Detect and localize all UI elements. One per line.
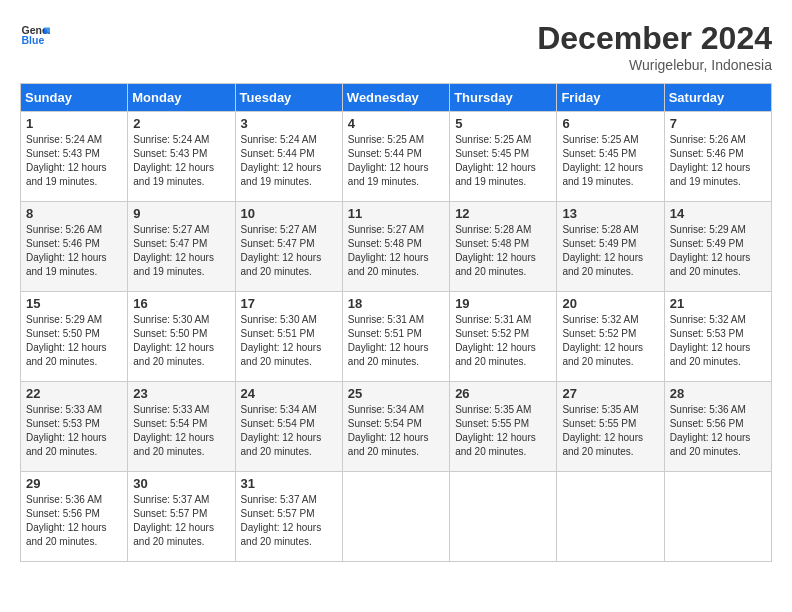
day-info: Sunrise: 5:31 AM Sunset: 5:51 PM Dayligh… xyxy=(348,313,444,369)
day-number: 10 xyxy=(241,206,337,221)
day-number: 31 xyxy=(241,476,337,491)
calendar-cell: 14Sunrise: 5:29 AM Sunset: 5:49 PM Dayli… xyxy=(664,202,771,292)
calendar-cell: 30Sunrise: 5:37 AM Sunset: 5:57 PM Dayli… xyxy=(128,472,235,562)
calendar-week-3: 15Sunrise: 5:29 AM Sunset: 5:50 PM Dayli… xyxy=(21,292,772,382)
calendar-table: SundayMondayTuesdayWednesdayThursdayFrid… xyxy=(20,83,772,562)
calendar-cell: 27Sunrise: 5:35 AM Sunset: 5:55 PM Dayli… xyxy=(557,382,664,472)
day-info: Sunrise: 5:25 AM Sunset: 5:44 PM Dayligh… xyxy=(348,133,444,189)
calendar-cell xyxy=(664,472,771,562)
day-number: 14 xyxy=(670,206,766,221)
calendar-week-4: 22Sunrise: 5:33 AM Sunset: 5:53 PM Dayli… xyxy=(21,382,772,472)
day-number: 26 xyxy=(455,386,551,401)
day-number: 24 xyxy=(241,386,337,401)
day-info: Sunrise: 5:28 AM Sunset: 5:49 PM Dayligh… xyxy=(562,223,658,279)
day-number: 27 xyxy=(562,386,658,401)
calendar-cell: 19Sunrise: 5:31 AM Sunset: 5:52 PM Dayli… xyxy=(450,292,557,382)
calendar-cell: 24Sunrise: 5:34 AM Sunset: 5:54 PM Dayli… xyxy=(235,382,342,472)
day-number: 2 xyxy=(133,116,229,131)
day-info: Sunrise: 5:29 AM Sunset: 5:49 PM Dayligh… xyxy=(670,223,766,279)
calendar-cell: 20Sunrise: 5:32 AM Sunset: 5:52 PM Dayli… xyxy=(557,292,664,382)
day-number: 13 xyxy=(562,206,658,221)
calendar-cell: 15Sunrise: 5:29 AM Sunset: 5:50 PM Dayli… xyxy=(21,292,128,382)
calendar-cell: 6Sunrise: 5:25 AM Sunset: 5:45 PM Daylig… xyxy=(557,112,664,202)
calendar-cell: 2Sunrise: 5:24 AM Sunset: 5:43 PM Daylig… xyxy=(128,112,235,202)
day-info: Sunrise: 5:30 AM Sunset: 5:51 PM Dayligh… xyxy=(241,313,337,369)
day-number: 30 xyxy=(133,476,229,491)
calendar-cell: 8Sunrise: 5:26 AM Sunset: 5:46 PM Daylig… xyxy=(21,202,128,292)
day-info: Sunrise: 5:31 AM Sunset: 5:52 PM Dayligh… xyxy=(455,313,551,369)
day-info: Sunrise: 5:33 AM Sunset: 5:54 PM Dayligh… xyxy=(133,403,229,459)
day-number: 11 xyxy=(348,206,444,221)
header-friday: Friday xyxy=(557,84,664,112)
header-monday: Monday xyxy=(128,84,235,112)
day-number: 28 xyxy=(670,386,766,401)
day-info: Sunrise: 5:27 AM Sunset: 5:47 PM Dayligh… xyxy=(133,223,229,279)
header-wednesday: Wednesday xyxy=(342,84,449,112)
day-info: Sunrise: 5:30 AM Sunset: 5:50 PM Dayligh… xyxy=(133,313,229,369)
day-info: Sunrise: 5:35 AM Sunset: 5:55 PM Dayligh… xyxy=(562,403,658,459)
header-tuesday: Tuesday xyxy=(235,84,342,112)
day-number: 21 xyxy=(670,296,766,311)
day-number: 1 xyxy=(26,116,122,131)
day-number: 12 xyxy=(455,206,551,221)
day-number: 4 xyxy=(348,116,444,131)
calendar-cell: 10Sunrise: 5:27 AM Sunset: 5:47 PM Dayli… xyxy=(235,202,342,292)
day-info: Sunrise: 5:27 AM Sunset: 5:47 PM Dayligh… xyxy=(241,223,337,279)
calendar-cell: 13Sunrise: 5:28 AM Sunset: 5:49 PM Dayli… xyxy=(557,202,664,292)
day-number: 8 xyxy=(26,206,122,221)
day-info: Sunrise: 5:26 AM Sunset: 5:46 PM Dayligh… xyxy=(26,223,122,279)
calendar-cell: 28Sunrise: 5:36 AM Sunset: 5:56 PM Dayli… xyxy=(664,382,771,472)
calendar-cell xyxy=(342,472,449,562)
day-info: Sunrise: 5:24 AM Sunset: 5:43 PM Dayligh… xyxy=(133,133,229,189)
day-info: Sunrise: 5:32 AM Sunset: 5:52 PM Dayligh… xyxy=(562,313,658,369)
day-info: Sunrise: 5:36 AM Sunset: 5:56 PM Dayligh… xyxy=(26,493,122,549)
logo-icon: General Blue xyxy=(20,20,50,50)
day-number: 6 xyxy=(562,116,658,131)
calendar-cell: 3Sunrise: 5:24 AM Sunset: 5:44 PM Daylig… xyxy=(235,112,342,202)
day-number: 18 xyxy=(348,296,444,311)
day-info: Sunrise: 5:33 AM Sunset: 5:53 PM Dayligh… xyxy=(26,403,122,459)
calendar-cell: 12Sunrise: 5:28 AM Sunset: 5:48 PM Dayli… xyxy=(450,202,557,292)
calendar-header-row: SundayMondayTuesdayWednesdayThursdayFrid… xyxy=(21,84,772,112)
day-number: 22 xyxy=(26,386,122,401)
day-number: 25 xyxy=(348,386,444,401)
calendar-cell: 11Sunrise: 5:27 AM Sunset: 5:48 PM Dayli… xyxy=(342,202,449,292)
day-number: 29 xyxy=(26,476,122,491)
logo: General Blue xyxy=(20,20,50,50)
day-info: Sunrise: 5:28 AM Sunset: 5:48 PM Dayligh… xyxy=(455,223,551,279)
calendar-cell: 31Sunrise: 5:37 AM Sunset: 5:57 PM Dayli… xyxy=(235,472,342,562)
calendar-cell: 7Sunrise: 5:26 AM Sunset: 5:46 PM Daylig… xyxy=(664,112,771,202)
title-block: December 2024 Wurigelebur, Indonesia xyxy=(537,20,772,73)
page-header: General Blue December 2024 Wurigelebur, … xyxy=(20,20,772,73)
day-info: Sunrise: 5:34 AM Sunset: 5:54 PM Dayligh… xyxy=(241,403,337,459)
day-info: Sunrise: 5:24 AM Sunset: 5:43 PM Dayligh… xyxy=(26,133,122,189)
day-info: Sunrise: 5:34 AM Sunset: 5:54 PM Dayligh… xyxy=(348,403,444,459)
day-info: Sunrise: 5:37 AM Sunset: 5:57 PM Dayligh… xyxy=(133,493,229,549)
calendar-week-1: 1Sunrise: 5:24 AM Sunset: 5:43 PM Daylig… xyxy=(21,112,772,202)
day-info: Sunrise: 5:25 AM Sunset: 5:45 PM Dayligh… xyxy=(455,133,551,189)
calendar-cell: 5Sunrise: 5:25 AM Sunset: 5:45 PM Daylig… xyxy=(450,112,557,202)
header-saturday: Saturday xyxy=(664,84,771,112)
header-sunday: Sunday xyxy=(21,84,128,112)
svg-text:Blue: Blue xyxy=(22,34,45,46)
day-info: Sunrise: 5:24 AM Sunset: 5:44 PM Dayligh… xyxy=(241,133,337,189)
calendar-cell: 16Sunrise: 5:30 AM Sunset: 5:50 PM Dayli… xyxy=(128,292,235,382)
calendar-cell: 1Sunrise: 5:24 AM Sunset: 5:43 PM Daylig… xyxy=(21,112,128,202)
day-number: 9 xyxy=(133,206,229,221)
day-number: 23 xyxy=(133,386,229,401)
calendar-cell: 4Sunrise: 5:25 AM Sunset: 5:44 PM Daylig… xyxy=(342,112,449,202)
calendar-cell: 21Sunrise: 5:32 AM Sunset: 5:53 PM Dayli… xyxy=(664,292,771,382)
day-number: 19 xyxy=(455,296,551,311)
day-number: 16 xyxy=(133,296,229,311)
day-info: Sunrise: 5:37 AM Sunset: 5:57 PM Dayligh… xyxy=(241,493,337,549)
calendar-cell: 18Sunrise: 5:31 AM Sunset: 5:51 PM Dayli… xyxy=(342,292,449,382)
day-info: Sunrise: 5:25 AM Sunset: 5:45 PM Dayligh… xyxy=(562,133,658,189)
calendar-cell: 22Sunrise: 5:33 AM Sunset: 5:53 PM Dayli… xyxy=(21,382,128,472)
calendar-cell: 25Sunrise: 5:34 AM Sunset: 5:54 PM Dayli… xyxy=(342,382,449,472)
calendar-cell: 29Sunrise: 5:36 AM Sunset: 5:56 PM Dayli… xyxy=(21,472,128,562)
header-thursday: Thursday xyxy=(450,84,557,112)
month-title: December 2024 xyxy=(537,20,772,57)
calendar-cell: 26Sunrise: 5:35 AM Sunset: 5:55 PM Dayli… xyxy=(450,382,557,472)
day-info: Sunrise: 5:35 AM Sunset: 5:55 PM Dayligh… xyxy=(455,403,551,459)
calendar-cell: 23Sunrise: 5:33 AM Sunset: 5:54 PM Dayli… xyxy=(128,382,235,472)
